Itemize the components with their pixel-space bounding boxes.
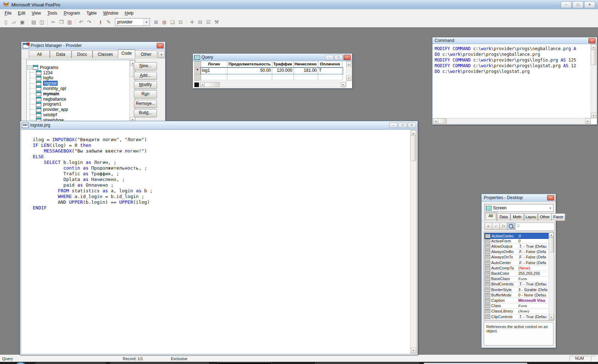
property-row-caption[interactable]: CaptionMicrosoft Visu [484,298,548,303]
form-wizard-icon[interactable]: ⊟ [196,18,204,26]
scroll-up-icon[interactable]: ▲ [346,61,351,66]
code-maximize-icon[interactable]: ▢ [398,123,407,128]
report-icon[interactable]: ☑ [204,18,213,26]
view-window-icon[interactable]: ⊡ [177,18,185,26]
app-minimize-button[interactable]: – [561,1,572,8]
command-close-icon[interactable]: ✕ [588,38,596,43]
property-row-baseclass[interactable]: BaseClassForm [484,276,548,282]
menu-window[interactable]: Window [100,10,122,17]
project-manager-close-icon[interactable]: ✕ [157,43,164,48]
property-row-alwaysonbo[interactable]: AlwaysOnBo.F. - False (Defa [484,249,548,255]
tab-code[interactable]: Code [118,49,135,58]
form-name-combobox[interactable]: provider▾ [115,18,150,26]
new-button[interactable]: New... [134,62,157,70]
tree-item-mymain[interactable]: mymain [36,91,59,96]
scroll-down-icon[interactable]: ▼ [591,113,596,118]
build-button[interactable]: Build... [134,109,157,117]
tab-classes[interactable]: Classes [93,50,118,58]
property-row-autocompta[interactable]: AutoCompTa(None) [484,265,548,271]
code-vertical-scrollbar[interactable]: ▲ ▼ [410,130,416,354]
query-vertical-scrollbar[interactable]: ▲▼ [346,61,352,81]
project-manager-dock-button[interactable]: ▲ [158,51,165,58]
form-designer-icon[interactable]: ⊞ [152,18,160,26]
cell-row2-col5[interactable] [318,74,342,80]
taskbar-button[interactable] [424,363,528,364]
property-row-activeform[interactable]: ActiveForm0 [484,238,548,244]
cell-row2-col4[interactable] [293,74,318,80]
tree-root-programs[interactable]: –Programs [27,65,58,70]
save-icon[interactable]: ▣ [18,18,26,26]
properties-icon[interactable]: ❏ [168,18,177,26]
print-icon[interactable]: ▤ [30,18,38,26]
menu-table[interactable]: Table [83,10,100,17]
tree-item-logfio[interactable]: logfio [36,75,53,81]
properties-scrollbar[interactable]: ▲▼ [549,232,554,320]
collapse-icon[interactable]: – [27,65,31,69]
query-horizontal-scrollbar[interactable]: ◄► [200,82,346,87]
query-minimize-icon[interactable]: – [325,55,334,60]
combobox-dropdown-arrow-icon[interactable]: ▾ [547,207,553,210]
taskbar-button[interactable] [36,363,106,364]
cell-row2-col3[interactable] [272,74,294,80]
properties-tab-data[interactable]: Data [497,213,510,221]
project-tree[interactable]: –Programs1234logfiologstatmonthly_oplmym… [26,60,135,123]
scrollbar-thumb[interactable] [438,118,447,124]
property-row-autocenter[interactable]: AutoCenter.F. - False (Defa [484,260,548,266]
redo-icon[interactable]: ↷ [85,18,93,26]
properties-close-icon[interactable]: ✕ [547,195,554,200]
scroll-left-icon[interactable]: ◄ [433,118,439,124]
scroll-up-icon[interactable]: ▲ [411,130,416,136]
cell-row2-col2[interactable] [227,74,272,80]
menu-program[interactable]: Program [61,10,83,17]
browser-icon[interactable]: ◍ [160,18,168,26]
object-combobox[interactable]: Screen ▾ [484,204,554,212]
tools-icon[interactable]: ⚒ [213,18,221,26]
tab-data[interactable]: Data [50,50,72,58]
taskbar-button[interactable] [110,363,209,364]
tree-item-setobjrf[interactable]: setobjrf [36,112,57,117]
add-button[interactable]: Add... [134,72,157,80]
property-row-classlibrary[interactable]: ClassLibrary(None) [484,309,548,314]
undo-icon[interactable]: ↶ [77,18,85,26]
scrollbar-thumb[interactable] [549,237,554,252]
properties-tab-favor[interactable]: Favor [551,213,565,221]
command-input-area[interactable]: MODIFY COMMAND c:\work\provider\progs\ne… [435,46,591,117]
windows-taskbar[interactable] [0,362,598,364]
query-close-icon[interactable]: ✕ [343,55,351,60]
property-row-buffermode[interactable]: BufferMode0 - None (Defau [484,292,548,298]
start-orb-icon[interactable] [16,362,25,364]
cut-icon[interactable]: ✂ [49,18,57,26]
property-row-borderstyle[interactable]: BorderStyle3 - Sizable (Defa [484,287,548,293]
properties-tab-other[interactable]: Other [538,213,552,221]
expression-builder-button[interactable]: ƒx [499,223,507,230]
scroll-up-icon[interactable]: ▲ [591,44,596,50]
property-list[interactable]: ActiveContrc0ActiveForm0AllowOutput.T. -… [484,232,554,321]
properties-tab-meth[interactable]: Meth [510,213,524,221]
property-row-allowoutput[interactable]: AllowOutput.T. - True (Defau [484,243,548,249]
record-selector[interactable] [194,74,201,81]
scroll-left-icon[interactable]: ◄ [200,82,205,87]
tree-item-logstat[interactable]: logstat [36,81,58,86]
tree-item-provider_app[interactable]: provider_app [36,107,68,112]
tab-all[interactable]: All [29,50,50,58]
command-horizontal-scrollbar[interactable]: ◄ ► [433,118,591,124]
print-preview-icon[interactable]: ◫ [38,18,46,26]
paste-icon[interactable]: ▥ [65,18,74,26]
scrollbar-thumb[interactable] [411,135,416,161]
data-session-icon[interactable]: ✛ [188,18,196,26]
property-row-class[interactable]: ClassForm [484,303,548,309]
property-row-backcolor[interactable]: BackColor255,255,255 [484,271,548,276]
scrollbar-thumb[interactable] [591,49,596,65]
property-row-clipcontrols[interactable]: ClipControls.T. - True (Defau [484,314,548,320]
query-result-grid[interactable]: ►ЛогинПродолжительностьТраффикНачисленоО… [193,61,352,88]
code-close-icon[interactable]: ✕ [408,123,416,128]
tree-item-monthly_opl[interactable]: monthly_opl [36,86,66,91]
modify-form-icon[interactable]: ✎ [105,18,113,26]
menu-edit[interactable]: Edit [15,10,28,17]
scroll-down-icon[interactable]: ▼ [346,76,351,81]
open-icon[interactable]: ▱ [10,18,18,26]
code-editor-area[interactable]: ilog = INPUTBOX("Введите логин", "Логин"… [21,129,417,354]
scroll-right-icon[interactable]: ► [585,118,591,124]
tree-item-negballance[interactable]: negballance [36,96,66,102]
modify-button[interactable]: Modify [134,81,157,89]
